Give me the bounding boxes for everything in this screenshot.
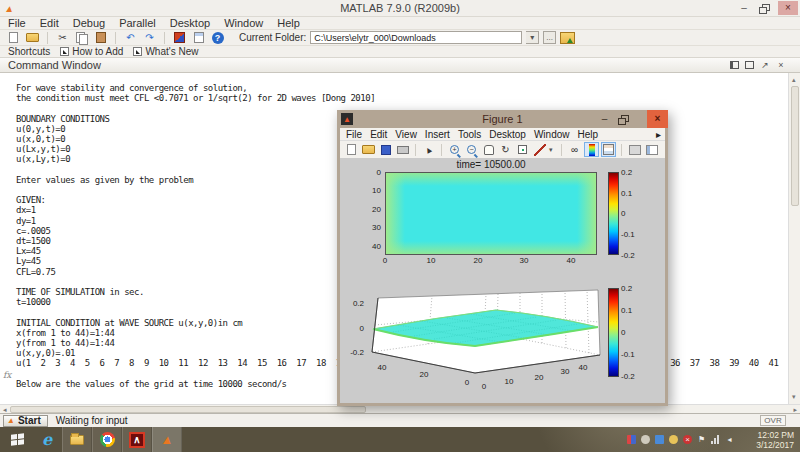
figure-menu-window[interactable]: Window bbox=[534, 129, 570, 140]
taskbar-matlab[interactable]: ▲ bbox=[152, 427, 182, 452]
edit-plot-button[interactable]: ▲ bbox=[421, 142, 436, 157]
figure-menu-tools[interactable]: Tools bbox=[458, 129, 481, 140]
tray-app-icon[interactable] bbox=[641, 435, 650, 444]
zoom-out-icon: − bbox=[467, 145, 476, 154]
horizontal-scroll-thumb[interactable] bbox=[10, 406, 366, 413]
menu-desktop[interactable]: Desktop bbox=[170, 17, 210, 29]
restore-button[interactable] bbox=[754, 1, 774, 15]
tray-flag-icon[interactable]: ⚑ bbox=[697, 435, 706, 444]
close-button[interactable]: × bbox=[778, 1, 798, 15]
matlab-titlebar: ▲ MATLAB 7.9.0 (R2009b) – × bbox=[0, 0, 800, 17]
hide-plot-tools-button[interactable] bbox=[627, 142, 642, 157]
shortcut-icon bbox=[60, 47, 69, 56]
hide-plot-tools-icon bbox=[629, 145, 641, 155]
colorbar-tick: 0 bbox=[621, 328, 625, 337]
link-plot-button[interactable]: ∞ bbox=[567, 142, 582, 157]
figure-minimize-button[interactable]: – bbox=[597, 112, 612, 126]
figure-window[interactable]: ▲ Figure 1 – × File Edit View Insert Too… bbox=[337, 110, 668, 406]
shortcut-how-to-add[interactable]: How to Add bbox=[60, 46, 123, 57]
tray-shield-icon[interactable] bbox=[627, 435, 636, 444]
simulink-button[interactable] bbox=[172, 31, 187, 44]
menu-help[interactable]: Help bbox=[277, 17, 300, 29]
current-folder-dropdown[interactable]: ▾ bbox=[526, 31, 539, 44]
taskbar-chrome[interactable] bbox=[92, 427, 122, 452]
brush-button[interactable] bbox=[532, 142, 547, 157]
menu-window[interactable]: Window bbox=[224, 17, 263, 29]
show-plot-tools-button[interactable] bbox=[644, 142, 659, 157]
new-script-button[interactable] bbox=[6, 31, 21, 44]
copy-button[interactable] bbox=[74, 31, 89, 44]
y-tick: 0 bbox=[357, 168, 381, 177]
figure-menu-edit[interactable]: Edit bbox=[370, 129, 387, 140]
current-folder-input[interactable]: C:\Users\elytr_000\Downloads bbox=[310, 31, 522, 44]
taskbar-clock[interactable]: 12:02 PM 3/12/2017 bbox=[756, 430, 794, 450]
insert-legend-button[interactable] bbox=[601, 142, 616, 157]
tray-alert-icon[interactable]: × bbox=[683, 435, 692, 444]
close-pane-icon[interactable]: × bbox=[776, 60, 786, 70]
pan-button[interactable] bbox=[481, 142, 496, 157]
pan-hand-icon bbox=[484, 145, 494, 155]
insert-colorbar-button[interactable] bbox=[584, 142, 599, 157]
vertical-scrollbar[interactable]: ▴ ▾ bbox=[788, 73, 800, 404]
figure-restore-icon bbox=[618, 115, 627, 124]
print-icon bbox=[397, 146, 409, 154]
scroll-up-arrow[interactable]: ▴ bbox=[792, 76, 796, 84]
y-tick: 40 bbox=[357, 242, 381, 251]
data-cursor-button[interactable] bbox=[515, 142, 530, 157]
zoom-out-button[interactable]: − bbox=[464, 142, 479, 157]
dock-icon[interactable] bbox=[730, 61, 739, 69]
minimize-button[interactable]: – bbox=[734, 1, 754, 15]
zoom-in-button[interactable]: + bbox=[447, 142, 462, 157]
new-figure-button[interactable] bbox=[344, 142, 359, 157]
open-file-button[interactable] bbox=[25, 31, 40, 44]
maximize-pane-icon[interactable] bbox=[745, 61, 754, 69]
volume-icon[interactable]: ◂ bbox=[725, 435, 734, 444]
figure-open-button[interactable] bbox=[361, 142, 376, 157]
clock-date: 3/12/2017 bbox=[756, 440, 794, 450]
scroll-down-arrow[interactable]: ▾ bbox=[792, 393, 796, 401]
folder-up-button[interactable] bbox=[560, 31, 575, 44]
pointer-icon: ▲ bbox=[422, 143, 435, 156]
browse-folder-button[interactable]: ... bbox=[543, 31, 556, 44]
rotate-3d-button[interactable]: ↻ bbox=[498, 142, 513, 157]
vertical-scroll-thumb[interactable] bbox=[791, 86, 799, 206]
brush-dropdown[interactable]: ▾ bbox=[549, 146, 556, 154]
save-figure-button[interactable] bbox=[378, 142, 393, 157]
figure-restore-button[interactable] bbox=[615, 112, 630, 126]
figure-menu-desktop[interactable]: Desktop bbox=[489, 129, 526, 140]
undock-icon[interactable]: ↗ bbox=[760, 60, 770, 70]
simulink-icon bbox=[174, 32, 185, 43]
figure-menu-file[interactable]: File bbox=[346, 129, 362, 140]
menu-file[interactable]: File bbox=[8, 17, 26, 29]
start-button[interactable]: ▲ Start bbox=[3, 415, 48, 427]
figure-menu-view[interactable]: View bbox=[395, 129, 417, 140]
figure-close-button[interactable]: × bbox=[647, 110, 668, 128]
figure-menu-help[interactable]: Help bbox=[578, 129, 599, 140]
network-icon[interactable] bbox=[711, 435, 720, 444]
figure-titlebar[interactable]: ▲ Figure 1 – × bbox=[337, 110, 668, 128]
z-tick: -0.2 bbox=[350, 348, 364, 357]
shortcut-whats-new[interactable]: What's New bbox=[133, 46, 198, 57]
paste-button[interactable] bbox=[93, 31, 108, 44]
menu-debug[interactable]: Debug bbox=[73, 17, 105, 29]
taskbar-file-explorer[interactable] bbox=[62, 427, 92, 452]
tray-app-icon[interactable] bbox=[669, 435, 678, 444]
menu-overflow-icon[interactable]: ▸ bbox=[656, 129, 661, 140]
taskbar-acrobat[interactable]: ∧ bbox=[122, 427, 152, 452]
taskbar-ie[interactable]: e bbox=[32, 427, 62, 452]
undo-button[interactable]: ↶ bbox=[123, 31, 138, 44]
guide-button[interactable] bbox=[191, 31, 206, 44]
help-button[interactable]: ? bbox=[210, 31, 225, 44]
figure-menu-insert[interactable]: Insert bbox=[425, 129, 450, 140]
menu-parallel[interactable]: Parallel bbox=[119, 17, 156, 29]
x-tick: 20 bbox=[470, 256, 486, 265]
cut-button[interactable]: ✂ bbox=[55, 31, 70, 44]
redo-button[interactable]: ↷ bbox=[142, 31, 157, 44]
print-button[interactable] bbox=[395, 142, 410, 157]
surf-3d-plot[interactable]: 0.2 0 -0.2 40 20 0 0 10 20 30 40 bbox=[340, 285, 610, 397]
pcolor-plot[interactable] bbox=[385, 172, 597, 255]
start-menu-button[interactable] bbox=[2, 427, 32, 452]
menu-edit[interactable]: Edit bbox=[40, 17, 59, 29]
colorbar-tick: 0.2 bbox=[621, 284, 632, 293]
tray-app-icon[interactable] bbox=[655, 435, 664, 444]
